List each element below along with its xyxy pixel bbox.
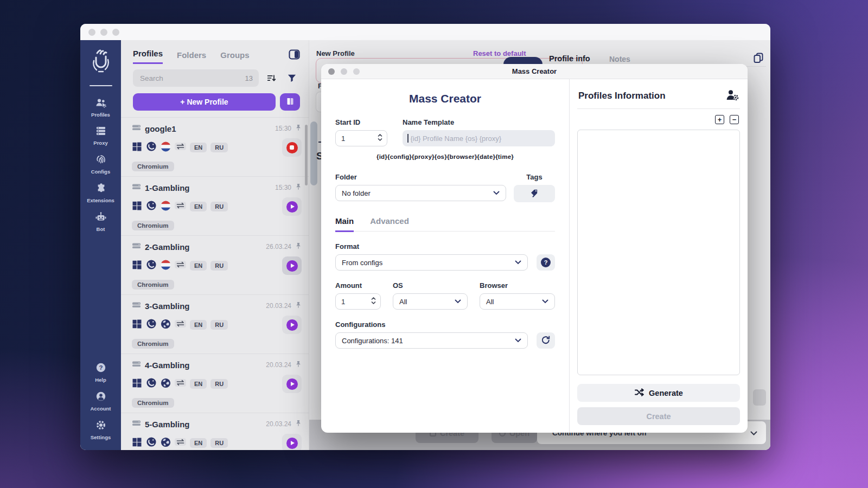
copy-icon[interactable] xyxy=(753,52,764,66)
extensions-icon xyxy=(95,183,106,196)
pin-icon[interactable] xyxy=(295,242,302,252)
profile-timestamp: 15:30 xyxy=(275,125,291,132)
language-badge: RU xyxy=(210,379,228,389)
profile-play-button[interactable] xyxy=(282,197,302,216)
sidebar-item-account[interactable]: Account xyxy=(91,391,111,412)
search-field[interactable] xyxy=(139,74,242,83)
globe-icon xyxy=(161,378,171,390)
profile-row[interactable]: google1 15:30 ENRU Chromium xyxy=(121,118,309,177)
tab-main[interactable]: Main xyxy=(335,216,354,232)
pin-icon[interactable] xyxy=(295,419,302,429)
folder-select[interactable]: No folder xyxy=(335,185,506,201)
sidebar-item-extensions[interactable]: Extensions xyxy=(87,183,114,203)
profile-row[interactable]: 1-Gambling 15:30 ENRU Chromium xyxy=(121,177,309,236)
new-profile-row: + New Profile xyxy=(121,87,309,111)
window-titlebar xyxy=(80,24,770,40)
profile-row[interactable]: 4-Gambling 20.03.24 ENRU Chromium xyxy=(121,354,309,413)
chevron-down-icon xyxy=(750,428,757,438)
filter-button[interactable] xyxy=(284,70,300,86)
os-select[interactable]: All xyxy=(393,293,468,310)
modal-titlebar: Mass Creator xyxy=(321,64,748,79)
name-template-input[interactable] xyxy=(403,130,555,146)
sidebar-item-profiles[interactable]: Profiles xyxy=(87,98,114,118)
start-id-label: Start ID xyxy=(335,118,387,126)
tab-advanced[interactable]: Advanced xyxy=(370,216,409,231)
swap-icon[interactable] xyxy=(175,201,186,212)
profile-play-button[interactable] xyxy=(282,434,302,450)
sidebar-item-configs[interactable]: Configs xyxy=(87,154,114,175)
shuffle-icon xyxy=(634,388,644,399)
profiles-panel: Profiles Folders Groups 13 xyxy=(121,40,309,450)
pin-icon[interactable] xyxy=(295,301,302,311)
sidebar-item-settings[interactable]: Settings xyxy=(91,420,111,440)
swap-icon[interactable] xyxy=(175,260,186,271)
windows-icon xyxy=(132,142,142,154)
close-window-button[interactable] xyxy=(88,29,95,36)
profile-name: 2-Gambling xyxy=(145,242,190,252)
profile-row[interactable]: 3-Gambling 20.03.24 ENRU Chromium xyxy=(121,295,309,354)
configurations-label: Configurations xyxy=(335,320,555,329)
sidebar-item-bot[interactable]: Bot xyxy=(87,211,114,232)
sidebar-item-help[interactable]: ?Help xyxy=(91,362,111,383)
add-row-button[interactable]: + xyxy=(715,115,724,124)
reset-to-default-link[interactable]: Reset to default xyxy=(473,49,526,57)
name-template-field[interactable] xyxy=(410,134,551,143)
drive-icon xyxy=(132,242,141,252)
profile-stop-button[interactable] xyxy=(282,138,302,157)
stepper-icon[interactable] xyxy=(371,297,376,307)
remove-row-button[interactable]: − xyxy=(730,115,739,124)
swap-icon[interactable] xyxy=(175,378,186,389)
chevron-down-icon xyxy=(515,338,521,343)
start-id-input[interactable]: 1 xyxy=(335,130,387,146)
sidebar-item-label: Profiles xyxy=(91,112,110,118)
tab-folders[interactable]: Folders xyxy=(177,50,206,64)
browser-engine-icon xyxy=(146,259,157,272)
pin-icon[interactable] xyxy=(295,124,302,133)
maximize-window-button[interactable] xyxy=(112,29,119,36)
sidebar-item-proxy[interactable]: Proxy xyxy=(87,126,114,146)
panel-scrollbar[interactable] xyxy=(305,125,308,185)
profile-play-button[interactable] xyxy=(282,316,302,334)
tab-notes[interactable]: Notes xyxy=(609,55,630,63)
modal-maximize-button[interactable] xyxy=(353,68,360,75)
stepper-icon[interactable] xyxy=(378,133,382,144)
profile-row[interactable]: 5-Gambling 20.03.24 ENRU Chromium xyxy=(121,413,309,450)
search-input[interactable]: 13 xyxy=(133,69,259,87)
generate-button[interactable]: Generate xyxy=(577,384,740,402)
tab-groups[interactable]: Groups xyxy=(220,50,249,64)
settings-icon xyxy=(95,420,106,433)
quick-launch-button[interactable] xyxy=(280,93,300,111)
proxy-icon xyxy=(95,126,106,138)
profile-play-button[interactable] xyxy=(282,375,302,393)
minimize-window-button[interactable] xyxy=(100,29,107,36)
profile-row[interactable]: 2-Gambling 26.03.24 ENRU Chromium xyxy=(121,236,309,295)
pin-icon[interactable] xyxy=(295,183,302,192)
swap-icon[interactable] xyxy=(175,438,186,448)
new-profile-button[interactable]: + New Profile xyxy=(133,93,276,111)
swap-icon[interactable] xyxy=(175,142,186,153)
browser-engine-icon xyxy=(146,141,157,154)
refresh-configurations-button[interactable] xyxy=(537,332,555,349)
create-button-disabled[interactable]: Create xyxy=(577,407,740,425)
configurations-select[interactable]: Configurations: 141 xyxy=(335,332,528,349)
sort-button[interactable] xyxy=(263,70,279,86)
swap-icon[interactable] xyxy=(175,319,186,330)
new-profile-form-title: New Profile xyxy=(316,49,355,57)
browser-select[interactable]: All xyxy=(480,293,555,310)
tags-button[interactable] xyxy=(514,185,555,202)
globe-icon xyxy=(161,319,171,331)
format-select[interactable]: From configs xyxy=(335,254,528,271)
tab-profile-info[interactable]: Profile info xyxy=(549,54,590,63)
format-help-button[interactable]: ? xyxy=(537,254,555,271)
profiles-settings-icon[interactable] xyxy=(725,89,739,103)
svg-text:?: ? xyxy=(99,364,103,371)
pin-icon[interactable] xyxy=(295,360,302,370)
search-row: 13 xyxy=(121,64,309,87)
browser-engine-icon xyxy=(146,377,157,390)
modal-close-button[interactable] xyxy=(328,68,335,75)
modal-minimize-button[interactable] xyxy=(341,68,347,75)
tab-profiles[interactable]: Profiles xyxy=(133,49,163,64)
amount-input[interactable]: 1 xyxy=(335,293,381,310)
profile-play-button[interactable] xyxy=(282,256,302,275)
collapse-panel-icon[interactable] xyxy=(289,49,300,62)
